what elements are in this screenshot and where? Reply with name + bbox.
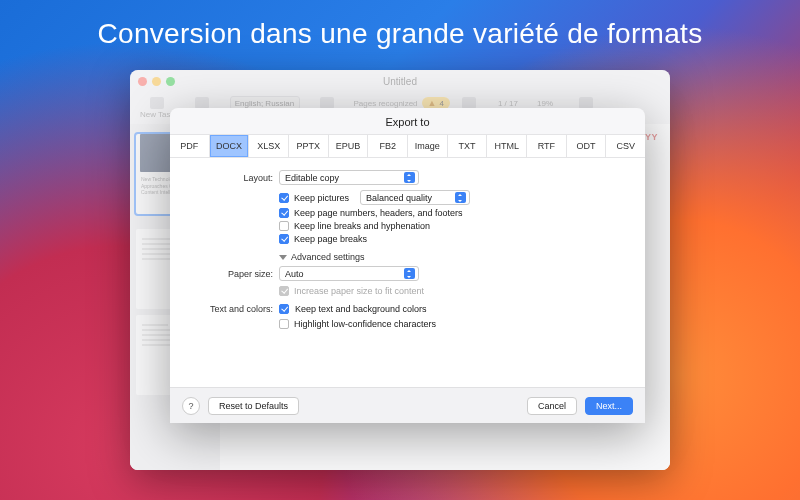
paper-size-label: Paper size: (188, 269, 273, 279)
keep-pictures-checkbox[interactable] (279, 193, 289, 203)
dialog-footer: ? Reset to Defaults Cancel Next... (170, 387, 645, 423)
format-tab-image[interactable]: Image (408, 135, 448, 157)
marketing-headline: Conversion dans une grande variété de fo… (0, 18, 800, 50)
format-tab-docx[interactable]: DOCX (210, 135, 250, 157)
window-title: Untitled (130, 76, 670, 87)
keep-page-breaks-label: Keep page breaks (294, 234, 367, 244)
picture-quality-select[interactable]: Balanced quality (360, 190, 470, 205)
keep-page-breaks-checkbox[interactable] (279, 234, 289, 244)
format-tabs: PDFDOCXXLSXPPTXEPUBFB2ImageTXTHTMLRTFODT… (170, 134, 645, 158)
dialog-title: Export to (170, 108, 645, 134)
highlight-low-confidence-label: Highlight low-confidence characters (294, 319, 436, 329)
keep-colors-checkbox[interactable] (279, 304, 289, 314)
next-button[interactable]: Next... (585, 397, 633, 415)
text-colors-label: Text and colors: (188, 304, 273, 314)
help-button[interactable]: ? (182, 397, 200, 415)
keep-page-numbers-checkbox[interactable] (279, 208, 289, 218)
cancel-button[interactable]: Cancel (527, 397, 577, 415)
format-tab-txt[interactable]: TXT (448, 135, 488, 157)
highlight-low-confidence-checkbox[interactable] (279, 319, 289, 329)
updown-icon (455, 192, 466, 203)
titlebar: Untitled (130, 70, 670, 92)
format-tab-html[interactable]: HTML (487, 135, 527, 157)
keep-page-numbers-label: Keep page numbers, headers, and footers (294, 208, 463, 218)
advanced-disclosure[interactable]: Advanced settings (279, 252, 627, 262)
updown-icon (404, 172, 415, 183)
format-tab-xlsx[interactable]: XLSX (249, 135, 289, 157)
keep-pictures-label: Keep pictures (294, 193, 349, 203)
increase-paper-label: Increase paper size to fit content (294, 286, 424, 296)
export-dialog: Export to PDFDOCXXLSXPPTXEPUBFB2ImageTXT… (170, 108, 645, 423)
format-tab-pdf[interactable]: PDF (170, 135, 210, 157)
keep-colors-label: Keep text and background colors (295, 304, 427, 314)
updown-icon (404, 268, 415, 279)
format-tab-pptx[interactable]: PPTX (289, 135, 329, 157)
increase-paper-checkbox (279, 286, 289, 296)
chevron-down-icon (279, 255, 287, 260)
format-tab-epub[interactable]: EPUB (329, 135, 369, 157)
format-tab-odt[interactable]: ODT (567, 135, 607, 157)
format-tab-rtf[interactable]: RTF (527, 135, 567, 157)
format-tab-fb2[interactable]: FB2 (368, 135, 408, 157)
keep-line-breaks-label: Keep line breaks and hyphenation (294, 221, 430, 231)
paper-size-select[interactable]: Auto (279, 266, 419, 281)
layout-select[interactable]: Editable copy (279, 170, 419, 185)
layout-label: Layout: (188, 173, 273, 183)
reset-button[interactable]: Reset to Defaults (208, 397, 299, 415)
dialog-body: Layout: Editable copy Keep pictures Bala… (170, 158, 645, 387)
keep-line-breaks-checkbox[interactable] (279, 221, 289, 231)
format-tab-csv[interactable]: CSV (606, 135, 645, 157)
